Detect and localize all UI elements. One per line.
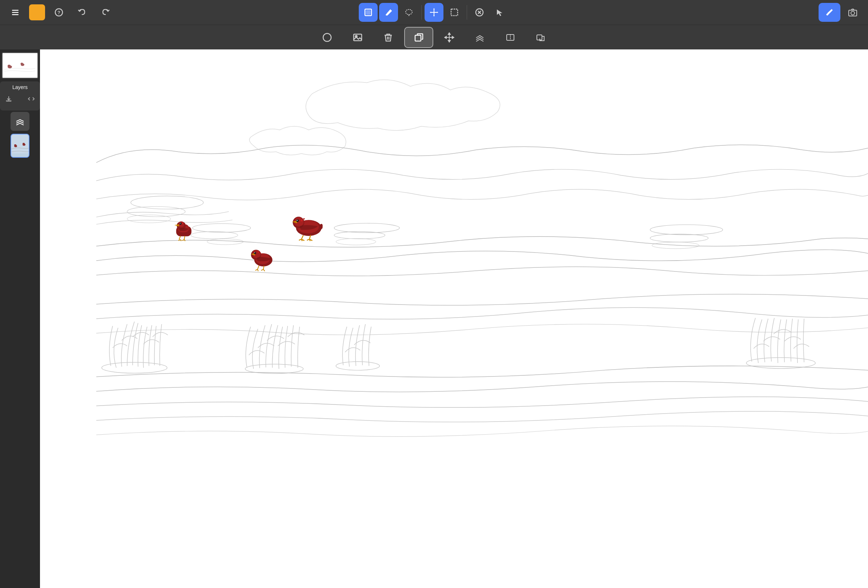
svg-text:?: ? (58, 10, 61, 15)
svg-rect-54 (40, 50, 868, 588)
left-sidebar: Layers (0, 49, 40, 588)
undo-button[interactable] (73, 3, 92, 22)
svg-point-105 (254, 252, 255, 253)
move-button[interactable] (435, 27, 464, 48)
main-content: Layers (0, 49, 868, 588)
record-button[interactable] (313, 27, 342, 48)
duplicate-button[interactable] (404, 27, 433, 48)
svg-rect-81 (183, 224, 185, 225)
svg-rect-112 (257, 251, 259, 253)
canvas-thumbnail[interactable] (2, 52, 38, 78)
svg-marker-35 (444, 36, 446, 38)
layers-code-button[interactable] (25, 93, 37, 105)
svg-marker-36 (452, 36, 454, 38)
svg-rect-25 (354, 34, 362, 41)
svg-rect-2 (12, 14, 19, 15)
svg-rect-47 (6, 100, 11, 102)
delete-button[interactable] (373, 27, 403, 48)
redo-button[interactable] (96, 3, 115, 22)
menu-button[interactable] (6, 3, 25, 22)
rect-select-button[interactable] (445, 3, 464, 22)
layers-controls (3, 93, 37, 105)
svg-point-87 (296, 220, 299, 222)
svg-rect-53 (11, 153, 30, 158)
help-button[interactable]: ? (49, 3, 68, 22)
svg-point-52 (22, 143, 25, 144)
svg-point-50 (14, 144, 16, 146)
svg-rect-16 (451, 9, 458, 16)
pen-tool-button[interactable] (819, 3, 840, 22)
svg-rect-80 (182, 223, 183, 224)
svg-rect-1 (12, 12, 19, 13)
svg-marker-20 (497, 9, 502, 16)
svg-point-104 (254, 252, 256, 254)
svg-marker-12 (433, 8, 435, 9)
svg-point-72 (180, 223, 182, 225)
flip-button[interactable] (496, 27, 525, 48)
more-button[interactable] (526, 27, 555, 48)
toolbar-right (819, 3, 862, 22)
cancel-button[interactable] (470, 3, 489, 22)
layer-item[interactable] (10, 134, 30, 158)
image-button[interactable] (343, 27, 372, 48)
svg-point-24 (323, 34, 331, 41)
top-toolbar: ? (0, 0, 868, 25)
svg-point-21 (827, 14, 828, 16)
svg-marker-34 (448, 40, 450, 42)
svg-point-88 (297, 220, 297, 221)
svg-marker-14 (430, 12, 431, 13)
svg-marker-33 (448, 33, 450, 34)
logo-button[interactable] (29, 4, 45, 21)
svg-marker-15 (437, 12, 438, 13)
svg-point-8 (406, 9, 412, 15)
layers-order-button[interactable] (465, 27, 495, 48)
snapshot-button[interactable] (843, 3, 862, 22)
svg-point-23 (851, 11, 855, 15)
scene-svg (40, 49, 868, 588)
canvas-area[interactable] (40, 49, 868, 588)
lasso-tool-button[interactable] (400, 3, 418, 22)
svg-marker-13 (433, 15, 435, 17)
layers-download-button[interactable] (3, 93, 15, 105)
secondary-toolbar (0, 25, 868, 49)
select-tool-button[interactable] (359, 3, 378, 22)
svg-rect-113 (260, 252, 261, 253)
transform-select-button[interactable] (425, 3, 443, 22)
svg-rect-30 (415, 35, 421, 41)
toolbar-left: ? (6, 3, 115, 22)
svg-rect-6 (366, 10, 370, 14)
svg-point-73 (180, 223, 181, 224)
svg-rect-98 (303, 218, 305, 220)
svg-rect-0 (12, 10, 19, 11)
toolbar-center (357, 1, 511, 23)
svg-rect-97 (301, 220, 303, 221)
layers-panel: Layers (0, 81, 40, 111)
layers-title: Layers (3, 84, 37, 90)
brush-tool-button[interactable] (379, 3, 398, 22)
layer-group-button[interactable] (10, 112, 30, 131)
svg-point-7 (386, 14, 387, 15)
pointer-tool-button[interactable] (490, 3, 509, 22)
